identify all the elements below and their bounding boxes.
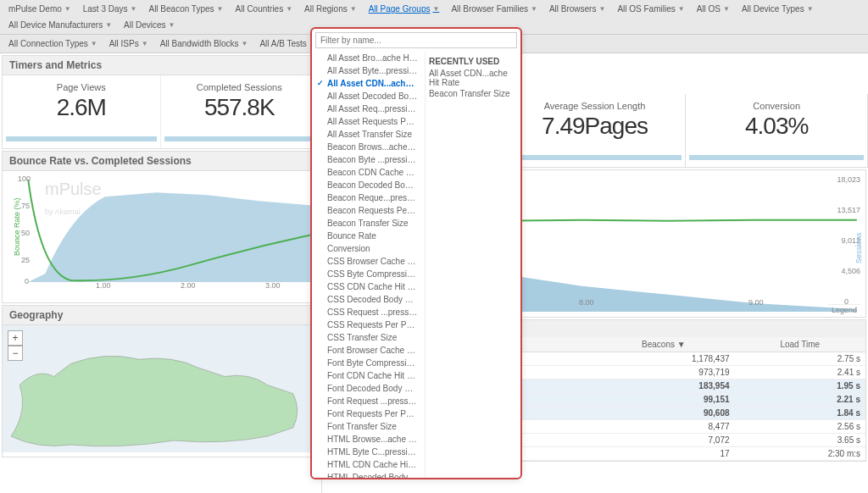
dropdown-list[interactable]: All Asset Bro...ache Hit RateAll Asset B… [312, 52, 425, 478]
metric-card: Page Views2.6M [3, 75, 161, 148]
filter-all-os-families[interactable]: All OS Families▼ [612, 2, 689, 16]
filter-all-browser-families[interactable]: All Browser Families▼ [446, 2, 542, 16]
caret-down-icon: ▼ [531, 5, 537, 13]
filter-all-device-types[interactable]: All Device Types▼ [737, 2, 819, 16]
metric-value: 557.8K [164, 94, 315, 121]
metric-value: 2.6M [6, 94, 157, 121]
caret-down-icon: ▼ [678, 5, 685, 13]
caret-down-icon: ▼ [723, 5, 730, 13]
dropdown-item[interactable]: Beacon Transfer Size [315, 217, 421, 230]
caret-down-icon: ▼ [241, 40, 248, 47]
filter-all-countries[interactable]: All Countries▼ [230, 2, 298, 16]
metric-card: Average Session Length7.49Pages [504, 94, 687, 167]
dropdown-item[interactable]: All Asset Bro...ache Hit Rate [315, 52, 421, 64]
dropdown-item[interactable]: CSS Byte Compression Rate [315, 268, 421, 280]
bounce-header: Bounce Rate vs. Completed Sessions [3, 152, 319, 171]
filter-all-regions[interactable]: All Regions▼ [299, 2, 362, 16]
dropdown-item[interactable]: All Asset Requests Per Page [315, 115, 421, 128]
caret-down-icon: ▼ [64, 5, 71, 13]
sparkline [508, 143, 682, 160]
filter-all-beacon-types[interactable]: All Beacon Types▼ [143, 2, 228, 16]
dropdown-item[interactable]: Beacon Byte ...pression Rate [315, 153, 421, 166]
metric-value: 7.49Pages [508, 113, 682, 140]
dropdown-item[interactable]: Bounce Rate [315, 230, 421, 242]
metric-dropdown: All Asset Bro...ache Hit RateAll Asset B… [310, 27, 522, 479]
filter-all-browsers[interactable]: All Browsers▼ [544, 2, 611, 16]
metric-label: Average Session Length [508, 101, 682, 111]
caret-down-icon: ▼ [807, 5, 814, 13]
metric-card: Completed Sessions557.8K [161, 75, 320, 148]
dropdown-item[interactable]: HTML Browse...ache Hit Rate [315, 433, 421, 446]
caret-down-icon: ▼ [169, 21, 175, 29]
timers-header: Timers and Metrics [3, 56, 319, 75]
sparkline [689, 143, 864, 160]
timers-panel: Timers and Metrics Page Views2.6MComplet… [2, 55, 320, 149]
metric-label: Completed Sessions [164, 82, 315, 92]
dropdown-item[interactable]: All Asset Decoded Body Size [315, 90, 421, 102]
dropdown-item[interactable]: All Asset Req...pression Rate [315, 102, 421, 115]
recent-item[interactable]: Beacon Transfer Size [429, 88, 517, 99]
dropdown-item[interactable]: Font Requests Per Page [315, 407, 421, 420]
metric-card: Conversion4.03% [686, 94, 868, 167]
dropdown-item[interactable]: HTML Byte C...pression Rate [315, 446, 421, 458]
filter-all-os[interactable]: All OS▼ [692, 2, 735, 16]
dropdown-item[interactable]: Beacon Decoded Body Size [315, 179, 421, 191]
filter-all-device-manufacturers[interactable]: All Device Manufacturers▼ [3, 18, 117, 32]
dropdown-item[interactable]: CSS Requests Per Page [315, 319, 421, 331]
y-axis-label: Bounce Rate (%) [13, 197, 21, 256]
dropdown-filter-input[interactable] [315, 32, 517, 48]
dropdown-item[interactable]: Conversion [315, 242, 421, 255]
dropdown-item[interactable]: CSS CDN Cache Hit Rate [315, 280, 421, 293]
filter-all-bandwidth-blocks[interactable]: All Bandwidth Blocks▼ [155, 36, 253, 51]
caret-down-icon: ▼ [432, 5, 439, 13]
geo-header: Geography [3, 306, 319, 325]
dropdown-item[interactable]: CSS Browser Cache Hit Rate [315, 255, 421, 268]
filter-all-connection-types[interactable]: All Connection Types▼ [3, 36, 103, 51]
caret-down-icon: ▼ [105, 21, 112, 29]
dropdown-item[interactable]: Font Byte Compression Rate [315, 357, 421, 369]
legend-toggle[interactable]: Legend [828, 304, 860, 315]
dropdown-item[interactable]: HTML Decoded Body Size [315, 471, 421, 478]
metric-label: Conversion [689, 101, 864, 111]
filter-last-3-days[interactable]: Last 3 Days▼ [78, 2, 142, 16]
dropdown-item[interactable]: Font Decoded Body Size [315, 382, 421, 395]
sessions-axis-label: Sessions [854, 232, 863, 263]
table-header[interactable]: Beacons ▼ [593, 337, 734, 352]
filter-all-isps[interactable]: All ISPs▼ [104, 36, 153, 51]
caret-down-icon: ▼ [91, 40, 97, 47]
map[interactable]: + − [3, 325, 319, 452]
dropdown-item[interactable]: All Asset CDN...ache Hit Rate [315, 77, 421, 90]
dropdown-item[interactable]: All Asset Byte...pression Rate [315, 64, 421, 77]
dropdown-item[interactable]: Beacon Requests Per Page [315, 204, 421, 217]
dropdown-item[interactable]: Font CDN Cache Hit Rate [315, 369, 421, 382]
dropdown-item[interactable]: Font Browser Cache Hit Rate [315, 344, 421, 357]
dropdown-item[interactable]: Font Request ...pression Rate [315, 395, 421, 407]
zoom-out-button[interactable]: − [8, 346, 23, 361]
dropdown-item[interactable]: Font Transfer Size [315, 420, 421, 433]
filter-all-devices[interactable]: All Devices▼ [119, 18, 180, 32]
dropdown-item[interactable]: CSS Request ...pression Rate [315, 306, 421, 319]
dropdown-item[interactable]: Beacon CDN Cache Hit Rate [315, 166, 421, 179]
dropdown-item[interactable]: Beacon Reque...pression Rate [315, 191, 421, 204]
dropdown-item[interactable]: CSS Decoded Body Size [315, 293, 421, 306]
dropdown-item[interactable]: All Asset Transfer Size [315, 128, 421, 141]
filter-mpulse-demo[interactable]: mPulse Demo▼ [3, 2, 76, 16]
dropdown-item[interactable]: Beacon Brows...ache Hit Rate [315, 141, 421, 153]
metric-value: 4.03% [689, 113, 864, 140]
caret-down-icon: ▼ [131, 5, 137, 13]
recent-item[interactable]: All Asset CDN...ache Hit Rate [429, 68, 517, 88]
bounce-panel: Bounce Rate vs. Completed Sessions mPuls… [2, 151, 320, 303]
dropdown-item[interactable]: HTML CDN Cache Hit Rate [315, 458, 421, 471]
recently-used: RECENTLY USED All Asset CDN...ache Hit R… [425, 52, 520, 478]
filter-all-page-groups[interactable]: All Page Groups▼ [364, 2, 445, 16]
dropdown-item[interactable]: CSS Transfer Size [315, 331, 421, 344]
bounce-chart: mPulseby Akamai Bounce Rate (%) 100 75 5… [3, 171, 319, 290]
geography-panel: Geography + − [2, 305, 320, 457]
caret-down-icon: ▼ [598, 5, 605, 13]
caret-down-icon: ▼ [217, 5, 224, 13]
zoom-in-button[interactable]: + [8, 330, 23, 346]
table-header[interactable]: Load Time [735, 337, 865, 352]
caret-down-icon: ▼ [142, 40, 148, 47]
recently-used-header: RECENTLY USED [429, 55, 517, 68]
metric-label: Page Views [6, 82, 157, 92]
